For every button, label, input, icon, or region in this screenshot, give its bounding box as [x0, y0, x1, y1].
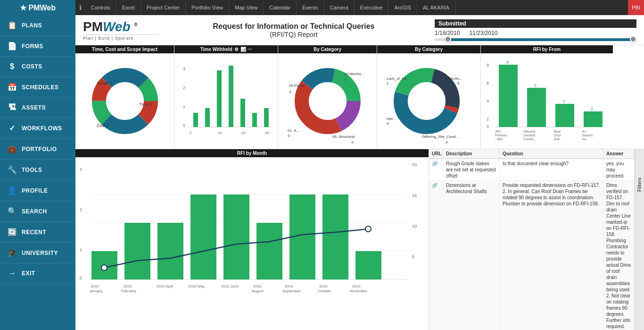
svg-text:1: 1 — [183, 104, 185, 109]
filters-panel[interactable]: Filters — [635, 149, 644, 330]
date-slider[interactable] — [435, 38, 636, 41]
chart3-header: By Category — [278, 45, 377, 53]
svg-rect-94 — [322, 195, 348, 279]
slider-thumb-right[interactable] — [630, 36, 636, 42]
donut-chart-4: Lack_of_Inf... 1 Defectiv... 8 Inte... 4… — [384, 59, 474, 144]
sidebar-item-search[interactable]: 🔍 SEARCH — [0, 201, 75, 222]
svg-text:Time 4: Time 4 — [139, 102, 152, 107]
svg-rect-57 — [527, 88, 546, 127]
svg-text:General: General — [523, 134, 535, 137]
svg-text:8: 8 — [506, 61, 509, 65]
svg-text:3: 3 — [288, 134, 290, 138]
slider-fill — [445, 38, 636, 41]
date-range: 1/18/2010 11/23/2010 — [435, 30, 636, 36]
nav-map-view[interactable]: Map View — [229, 0, 264, 15]
sidebar: 📋 PLANS 📄 FORMS $ COSTS 📅 SCHEDULES 🏗 AS… — [0, 15, 75, 330]
sidebar-item-portfolio[interactable]: 💼 PORTFOLIO — [0, 139, 75, 160]
svg-rect-12 — [193, 113, 198, 127]
svg-text:4: 4 — [387, 121, 389, 126]
cell-url-1[interactable]: 🔗 — [429, 159, 443, 180]
cell-url-2[interactable]: 🔗 — [429, 181, 443, 330]
sidebar-item-assets[interactable]: 🏗 ASSETS — [0, 98, 75, 118]
more-icon[interactable]: ··· — [248, 47, 252, 52]
nav-project-center[interactable]: Project Center — [141, 0, 186, 15]
sidebar-item-costs[interactable]: $ COSTS — [0, 57, 75, 77]
sidebar-item-schedules[interactable]: 📅 SCHEDULES — [0, 77, 75, 98]
nav-al-akaria[interactable]: AL AKARIA — [417, 0, 455, 15]
sidebar-item-university[interactable]: 🎓 UNIVERSITY — [0, 243, 75, 263]
svg-rect-55 — [499, 65, 518, 127]
nav-arcgis[interactable]: ArcGIS — [388, 0, 417, 15]
svg-text:20: 20 — [241, 131, 246, 135]
chart3-title: By Category — [314, 47, 341, 52]
nav-controls[interactable]: Controls — [85, 0, 116, 15]
filter-icon[interactable]: ⚙ — [234, 47, 239, 52]
sidebar-label-schedules: SCHEDULES — [22, 84, 59, 91]
nav-excel[interactable]: Excel — [116, 0, 141, 15]
sidebar-label-workflows: WORKFLOWS — [22, 125, 62, 132]
svg-text:2: 2 — [487, 117, 489, 121]
sidebar-item-plans[interactable]: 📋 PLANS — [0, 15, 75, 36]
svg-text:Scope 2: Scope 2 — [97, 81, 112, 85]
sidebar-item-profile[interactable]: 👤 PROFILE — [0, 180, 75, 201]
chart-by-category-2: By Category Lack_of_Inf... 1 Defectiv...… — [377, 45, 481, 149]
rfi-month-chart: 3 2 1 0 20 15 10 5 — [77, 159, 421, 296]
charts-row: Time, Cost and Scope Impact Scope 2 — [75, 45, 644, 149]
chart4-body: Lack_of_Inf... 1 Defectiv... 8 Inte... 4… — [377, 53, 480, 149]
sidebar-item-exit[interactable]: → EXIT — [0, 263, 75, 284]
svg-text:2010 April: 2010 April — [157, 284, 173, 288]
report-header: PMWeb ® Plan | Build | Operate Request f… — [75, 15, 644, 45]
svg-text:- Alex: - Alex — [495, 137, 504, 141]
sidebar-label-recent: RECENT — [22, 229, 46, 236]
svg-rect-88 — [124, 223, 150, 279]
nav-pbi[interactable]: PBI — [628, 0, 644, 15]
chart4-header: By Category — [377, 45, 480, 53]
svg-text:Door: Door — [554, 134, 561, 137]
svg-text:3: 3 — [183, 67, 185, 71]
profile-icon: 👤 — [8, 186, 17, 195]
svg-text:Cost 2: Cost 2 — [97, 123, 109, 128]
filters-label[interactable]: Filters — [637, 178, 642, 192]
svg-text:0: 0 — [80, 276, 82, 280]
svg-rect-61 — [584, 111, 603, 127]
table-row: 🔗 Rough Grade stakes are not set at requ… — [429, 159, 635, 181]
slider-thumb-left[interactable] — [445, 36, 451, 42]
nav-calendar[interactable]: Calendar — [264, 0, 297, 15]
svg-text:3: 3 — [289, 90, 291, 94]
chart-time-withheld: Time Withheld ⚙ 📊 ··· 3 2 1 0 — [174, 45, 278, 149]
export-icon[interactable]: 📊 — [240, 47, 246, 52]
svg-text:October: October — [318, 289, 331, 293]
svg-text:0: 0 — [183, 123, 185, 128]
chart1-title: Time, Cost and Scope Impact — [92, 47, 157, 52]
svg-rect-59 — [555, 104, 574, 127]
nav-portfolio-view[interactable]: Portfolio View — [186, 0, 229, 15]
svg-text:3: 3 — [80, 167, 82, 172]
report-title-main: Request for Information or Technical Que… — [158, 22, 429, 31]
sidebar-label-university: UNIVERSITY — [22, 250, 58, 256]
nav-camera[interactable]: Camera — [324, 0, 355, 15]
plans-icon: 📋 — [8, 21, 17, 30]
sidebar-label-profile: PROFILE — [22, 187, 48, 194]
sidebar-item-tools[interactable]: 🔧 TOOLS — [0, 160, 75, 180]
svg-text:10: 10 — [218, 131, 222, 135]
nav-executive[interactable]: Executive — [355, 0, 389, 15]
content-area: PMWeb ® Plan | Build | Operate Request f… — [75, 15, 644, 330]
sidebar-label-search: SEARCH — [22, 208, 47, 215]
submitted-label: Submitted — [435, 19, 636, 28]
table-header: URL Description Question Answer — [429, 149, 635, 159]
top-navigation: ★ PMWeb ℹ Controls Excel Project Center … — [0, 0, 644, 15]
portfolio-icon: 💼 — [8, 144, 17, 153]
sidebar-item-workflows[interactable]: ✓ WORKFLOWS — [0, 118, 75, 139]
svg-text:Lack_of_Inf...: Lack_of_Inf... — [387, 76, 409, 81]
svg-text:2010: 2010 — [319, 284, 328, 288]
table-row: 🔗 Dimensions at Architectural Shafts Pro… — [429, 181, 635, 330]
svg-text:Electric: Electric — [582, 134, 593, 137]
nav-events[interactable]: Events — [297, 0, 324, 15]
svg-text:2010 June: 2010 June — [221, 284, 239, 288]
info-icon[interactable]: ℹ — [75, 4, 85, 11]
pm-logo-sub: Plan | Build | Operate — [83, 34, 158, 41]
sidebar-item-recent[interactable]: 🔄 RECENT — [0, 222, 75, 243]
tools-icon: 🔧 — [8, 165, 17, 174]
sidebar-item-forms[interactable]: 📄 FORMS — [0, 36, 75, 57]
svg-rect-16 — [240, 99, 245, 127]
